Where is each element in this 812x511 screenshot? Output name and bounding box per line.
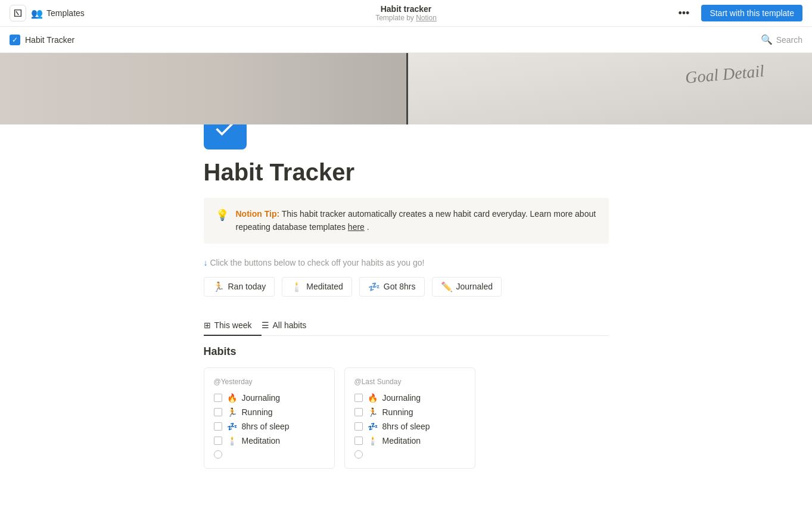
got-8hrs-button[interactable]: 💤 Got 8hrs [359,277,425,297]
page-banner: Goal Detail [0,53,812,124]
meditated-button[interactable]: 🕯️ Meditated [282,277,351,297]
habit-checkbox[interactable] [354,394,363,402]
arrow-icon: ↓ [204,258,208,267]
nav-page-subtitle: Template by Notion [375,14,437,22]
all-habits-tab-icon: ☰ [262,320,269,330]
habit-cards-row: @Yesterday 🔥 Journaling 🏃 Running 💤 8hrs… [204,367,609,469]
tip-text: Notion Tip: This habit tracker automatic… [236,207,597,234]
tabs-row: ⊞ This week ☰ All habits [204,316,609,336]
tip-link-end: . [367,222,369,232]
habit-item: 🔥 Journaling [354,393,465,403]
top-nav: 👥 Templates Habit tracker Template by No… [0,0,812,27]
templates-icon: 👥 [31,8,43,19]
candle-icon: 🕯️ [368,436,378,445]
templates-nav-label[interactable]: 👥 Templates [31,8,85,19]
meditated-label: Meditated [306,282,343,291]
fire-icon: 🔥 [368,393,378,403]
start-template-button[interactable]: Start with this template [701,5,802,21]
top-nav-center: Habit tracker Template by Notion [375,4,437,22]
card-date-yesterday: @Yesterday [214,378,325,386]
journaled-button[interactable]: ✏️ Journaled [432,277,502,297]
notion-link[interactable]: Notion [416,14,437,22]
habit-checkbox[interactable] [214,408,222,416]
habit-checkbox[interactable] [214,437,222,445]
habit-item: 💤 8hrs of sleep [354,422,465,431]
habit-checkbox[interactable] [354,408,363,416]
sleep-icon: 💤 [368,422,378,431]
habit-item-text: Journaling [382,393,421,403]
journaled-label: Journaled [456,282,493,291]
habit-item: 🕯️ Meditation [214,436,325,445]
journal-icon: ✏️ [441,281,453,292]
habit-item-text: Journaling [242,393,281,403]
click-instruction-text: Click the buttons below to check off you… [210,258,424,267]
search-icon: 🔍 [761,34,773,45]
all-habits-tab-label: All habits [273,320,307,330]
habit-item: 💤 8hrs of sleep [214,422,325,431]
this-week-tab-label: This week [214,320,252,330]
top-nav-left: 👥 Templates [10,5,85,21]
habit-buttons-row: 🏃 Ran today 🕯️ Meditated 💤 Got 8hrs ✏️ J… [204,277,609,297]
ran-today-label: Ran today [228,282,266,291]
card-date-last-sunday: @Last Sunday [354,378,465,386]
tip-label: Notion Tip: [236,209,280,219]
run-icon: 🏃 [227,407,237,417]
search-button[interactable]: 🔍 Search [761,34,802,45]
second-nav-left: ✓ Habit Tracker [10,35,74,45]
got-8hrs-label: Got 8hrs [384,282,416,291]
habit-card-last-sunday: @Last Sunday 🔥 Journaling 🏃 Running 💤 8h… [344,367,475,469]
page-main-title: Habit Tracker [204,159,609,186]
svg-rect-0 [13,8,23,18]
sleep-icon: 💤 [368,281,380,292]
ran-today-button[interactable]: 🏃 Ran today [204,277,275,297]
fire-icon: 🔥 [227,393,237,403]
more-button[interactable]: ••• [673,5,694,22]
habit-item-text: Running [242,407,273,417]
habit-item-text: 8hrs of sleep [242,422,290,431]
habit-item: 🏃 Running [354,407,465,417]
page-content: Habit Tracker 💡 Notion Tip: This habit t… [168,107,645,504]
tip-link[interactable]: here [348,222,365,232]
habit-checkbox[interactable] [214,422,222,431]
habit-card-radio[interactable] [354,450,363,459]
tab-all-habits[interactable]: ☰ All habits [262,316,316,336]
habit-item-text: Meditation [382,436,421,445]
habit-item: 🕯️ Meditation [354,436,465,445]
habit-card-radio[interactable] [214,450,222,459]
this-week-tab-icon: ⊞ [204,320,211,330]
habit-card-yesterday: @Yesterday 🔥 Journaling 🏃 Running 💤 8hrs… [204,367,335,469]
habit-checkbox[interactable] [354,437,363,445]
habit-item-text: Meditation [242,436,281,445]
habit-item-text: Running [382,407,413,417]
top-nav-right: ••• Start with this template [673,5,802,22]
habit-checkbox[interactable] [354,422,363,431]
habit-item: 🔥 Journaling [214,393,325,403]
habit-checkbox[interactable] [214,394,222,402]
tab-this-week[interactable]: ⊞ This week [204,316,262,336]
sleep-icon: 💤 [227,422,237,431]
habit-item-text: 8hrs of sleep [382,422,430,431]
notion-logo[interactable] [10,5,26,21]
click-instruction: ↓ Click the buttons below to check off y… [204,258,609,267]
second-nav: ✓ Habit Tracker 🔍 Search [0,27,812,53]
habit-tracker-checkbox[interactable]: ✓ [10,35,20,45]
habit-item: 🏃 Running [214,407,325,417]
meditate-icon: 🕯️ [291,281,303,292]
habit-tracker-nav-label: Habit Tracker [25,35,74,45]
habits-section-label: Habits [204,345,609,358]
run-icon: 🏃 [368,407,378,417]
tip-box: 💡 Notion Tip: This habit tracker automat… [204,198,609,244]
tip-icon: 💡 [216,208,229,222]
candle-icon: 🕯️ [227,436,237,445]
tip-body: This habit tracker automatically creates… [236,209,596,232]
run-icon: 🏃 [213,281,225,292]
nav-page-title: Habit tracker [375,4,437,14]
